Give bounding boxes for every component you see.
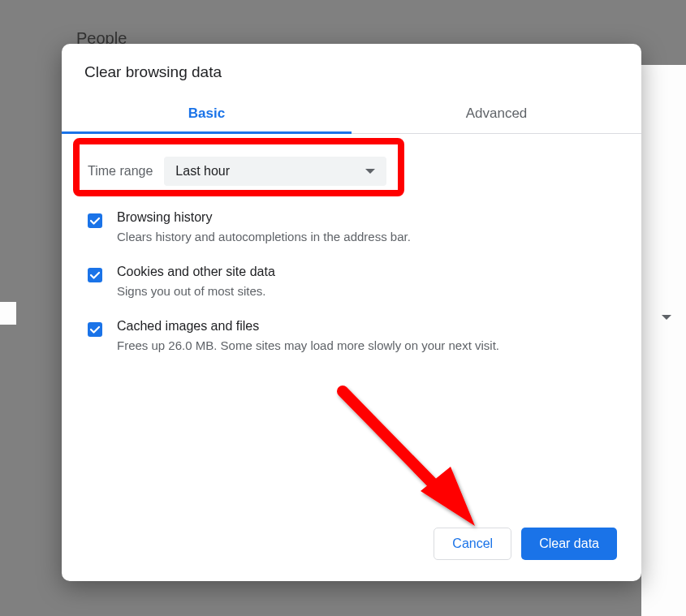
cancel-button[interactable]: Cancel: [434, 528, 511, 560]
option-desc: Signs you out of most sites.: [117, 282, 607, 299]
option-browsing-history: Browsing history Clears history and auto…: [76, 200, 619, 255]
bg-divider-3: [662, 315, 671, 320]
option-desc: Frees up 26.0 MB. Some sites may load mo…: [117, 337, 607, 354]
tab-bar: Basic Advanced: [62, 96, 641, 134]
checkbox-cookies[interactable]: [88, 268, 102, 282]
tab-basic[interactable]: Basic: [62, 96, 352, 133]
option-cookies: Cookies and other site data Signs you ou…: [76, 255, 619, 309]
caret-down-icon: [365, 169, 375, 174]
option-cache: Cached images and files Frees up 26.0 MB…: [76, 309, 619, 364]
option-desc: Clears history and autocompletions in th…: [117, 228, 607, 245]
time-range-dropdown[interactable]: Last hour: [164, 157, 386, 186]
clear-browsing-data-dialog: Clear browsing data Basic Advanced Time …: [62, 44, 641, 581]
time-range-value: Last hour: [175, 164, 230, 179]
tab-advanced[interactable]: Advanced: [352, 96, 641, 133]
option-title: Browsing history: [117, 210, 607, 228]
checkbox-cache[interactable]: [88, 322, 102, 337]
bg-divider: [641, 65, 686, 616]
check-icon: [89, 215, 101, 226]
bg-divider-2: [0, 302, 16, 325]
check-icon: [89, 269, 101, 281]
option-title: Cookies and other site data: [117, 265, 607, 282]
check-icon: [89, 324, 101, 335]
time-range-label: Time range: [88, 164, 153, 179]
time-range-row: Time range Last hour: [76, 142, 619, 200]
clear-data-button[interactable]: Clear data: [521, 528, 617, 560]
checkbox-browsing-history[interactable]: [88, 213, 102, 228]
option-title: Cached images and files: [117, 319, 607, 337]
dialog-title: Clear browsing data: [62, 44, 641, 96]
dialog-content: Time range Last hour Browsing history Cl…: [62, 134, 641, 375]
dialog-button-row: Cancel Clear data: [434, 528, 617, 560]
